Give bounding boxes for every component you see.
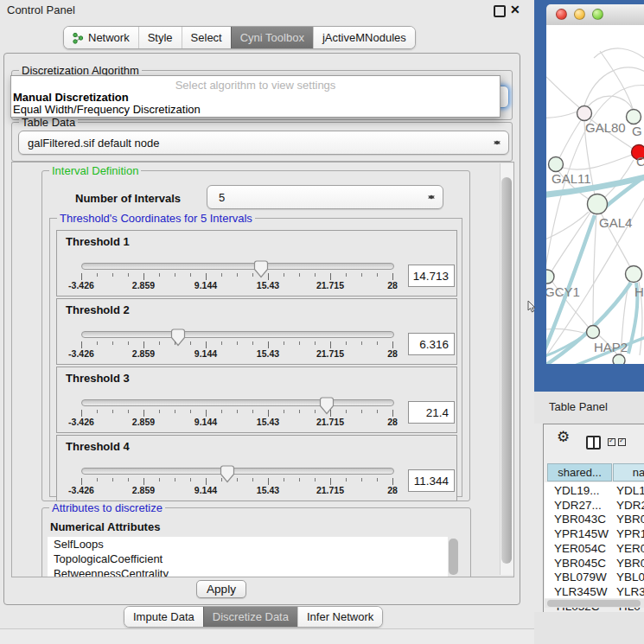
threshold-value-field[interactable] xyxy=(408,333,455,355)
table-row[interactable]: YLR345WYLR3 xyxy=(544,585,644,600)
network-node-gal11[interactable] xyxy=(549,157,564,172)
tab-label: Select xyxy=(191,31,222,44)
cell-shared-name: YDL19... xyxy=(554,484,600,497)
threshold-value-field[interactable] xyxy=(408,401,455,424)
edge xyxy=(600,51,633,109)
cell-name: YBR0 xyxy=(616,513,644,526)
screen: Control Panel ✕ NetworkStyleSelectCyni T… xyxy=(0,0,644,644)
network-node-gal4[interactable] xyxy=(588,194,608,214)
threshold-label: Threshold 1 xyxy=(66,235,130,248)
tab-impute-data[interactable]: Impute Data xyxy=(124,607,203,627)
column-checkboxes-icon[interactable] xyxy=(608,438,626,446)
tab-label: Style xyxy=(148,31,173,44)
main-scrollbar-thumb[interactable] xyxy=(501,177,512,564)
slider-track[interactable] xyxy=(81,331,394,338)
network-graph: GAL80GCGAL11GAL4GCY1HHAP2 xyxy=(546,25,644,364)
tab-infer-network[interactable]: Infer Network xyxy=(297,607,382,627)
split-columns-icon[interactable] xyxy=(586,436,601,450)
panel-title: Control Panel xyxy=(7,3,75,16)
threshold-label: Threshold 3 xyxy=(66,372,130,385)
number-of-intervals-select[interactable]: 5 xyxy=(207,185,443,209)
tab-label: Discretize Data xyxy=(213,610,289,623)
interval-definition-label: Interval Definition xyxy=(49,164,141,177)
checkbox-icon xyxy=(608,438,615,446)
table-row[interactable]: YDL19...YDL1 xyxy=(544,484,644,499)
tab-style[interactable]: Style xyxy=(138,27,182,48)
network-canvas[interactable]: GAL80GCGAL11GAL4GCY1HHAP2 xyxy=(546,25,644,364)
network-node-g[interactable] xyxy=(627,110,641,124)
slider-track[interactable] xyxy=(81,263,394,270)
slider-thumb[interactable] xyxy=(319,397,335,415)
tab-cyni-toolbox[interactable]: Cyni Toolbox xyxy=(231,27,313,48)
table-hscrollbar-thumb[interactable] xyxy=(547,600,641,607)
below-table-area xyxy=(534,612,644,644)
node-table: ⚙ shared...na YDL19...YDL1YDR27...YDR2YB… xyxy=(543,424,644,614)
slider-track[interactable] xyxy=(81,399,394,406)
threshold-label: Threshold 4 xyxy=(66,440,130,453)
tab-discretize-data[interactable]: Discretize Data xyxy=(203,607,297,627)
cell-shared-name: YDR27... xyxy=(554,499,602,512)
table-data-select[interactable]: galFiltered.sif default node xyxy=(18,131,509,155)
network-node-hap2[interactable] xyxy=(587,326,600,339)
table-data-label: Table Data xyxy=(19,116,78,129)
slider-thumb[interactable] xyxy=(253,260,269,278)
threshold-panel: Threshold 2 -3.4262.8599.14415.4321.7152… xyxy=(56,298,457,365)
list-item-selfloops[interactable]: SelfLoops xyxy=(48,537,448,552)
float-window-icon[interactable] xyxy=(494,5,506,17)
column-header-0[interactable]: shared... xyxy=(547,463,612,481)
network-node-h[interactable] xyxy=(626,266,642,283)
node-label-gal4: GAL4 xyxy=(599,215,632,230)
numerical-attributes-list[interactable]: SelfLoopsTopologicalCoefficientBetweenne… xyxy=(48,537,448,577)
table-hscrollbar-track[interactable] xyxy=(545,599,644,608)
cell-shared-name: YBR045C xyxy=(554,557,606,570)
column-header-1[interactable]: na xyxy=(613,463,644,481)
thresholds-group-label: Threshold's Coordinates for 5 Intervals xyxy=(57,212,255,225)
apply-button[interactable]: Apply xyxy=(196,580,246,598)
cell-name: YER0 xyxy=(616,542,644,555)
table-row[interactable]: YER054CYER0 xyxy=(544,542,644,557)
tab-jactivemnodules[interactable]: jActiveMNodules xyxy=(313,27,415,48)
network-node-partial[interactable] xyxy=(613,354,625,364)
threshold-stack: Threshold 1 -3.4262.8599.14415.4321.7152… xyxy=(50,230,462,501)
close-traffic-light-icon[interactable] xyxy=(556,9,567,20)
minimize-traffic-light-icon[interactable] xyxy=(574,9,585,20)
interval-definition-group: Interval Definition Number of Intervals … xyxy=(41,170,470,501)
table-row[interactable]: YPR145WYPR1 xyxy=(544,527,644,542)
table-row[interactable]: YDR27...YDR2 xyxy=(544,499,644,513)
network-node-gcy1[interactable] xyxy=(546,270,554,284)
dropdown-option-equal-width-frequency-discretization[interactable]: Equal Width/Frequency Discretization xyxy=(13,103,201,116)
network-window-titlebar[interactable] xyxy=(546,4,644,26)
cell-shared-name: YBR043C xyxy=(554,513,606,526)
table-row[interactable]: YBR043CYBR0 xyxy=(544,513,644,527)
threshold-value-field[interactable] xyxy=(408,265,455,287)
cell-name: YDL1 xyxy=(616,484,644,497)
tab-select[interactable]: Select xyxy=(182,27,231,48)
slider-track[interactable] xyxy=(81,468,394,475)
edge xyxy=(559,120,581,158)
node-label-gcy1: GCY1 xyxy=(546,284,580,299)
node-label-g: G xyxy=(632,124,642,138)
threshold-value-field[interactable] xyxy=(408,469,455,492)
list-item-topologicalcoefficient[interactable]: TopologicalCoefficient xyxy=(48,552,448,566)
close-icon[interactable]: ✕ xyxy=(510,3,520,16)
dropdown-hint: Select algorithm to view settings xyxy=(11,79,500,92)
edge xyxy=(546,77,581,109)
tab-network[interactable]: Network xyxy=(64,27,138,48)
node-label-gal80: GAL80 xyxy=(585,120,626,135)
gear-icon[interactable]: ⚙ xyxy=(557,428,570,446)
attributes-list-scrollbar[interactable] xyxy=(449,539,458,575)
cell-name: YPR1 xyxy=(616,527,644,540)
cell-name: YDR2 xyxy=(616,499,644,512)
thresholds-group: Threshold's Coordinates for 5 Intervals … xyxy=(49,218,462,497)
cell-shared-name: YER054C xyxy=(554,542,606,555)
table-row[interactable]: YBR045CYBR0 xyxy=(544,557,644,571)
edge xyxy=(584,67,644,105)
dropdown-option-manual-discretization[interactable]: Manual Discretization xyxy=(13,91,129,104)
network-node-gal80[interactable] xyxy=(577,106,592,121)
top-tab-bar: NetworkStyleSelectCyni ToolboxjActiveMNo… xyxy=(63,26,416,49)
table-row[interactable]: YBL079WYBL0 xyxy=(544,571,644,585)
list-item-betweennesscentrality[interactable]: BetweennessCentrality xyxy=(48,566,448,577)
zoom-traffic-light-icon[interactable] xyxy=(592,9,603,20)
tab-label: Impute Data xyxy=(133,610,194,623)
slider-thumb[interactable] xyxy=(170,328,186,347)
